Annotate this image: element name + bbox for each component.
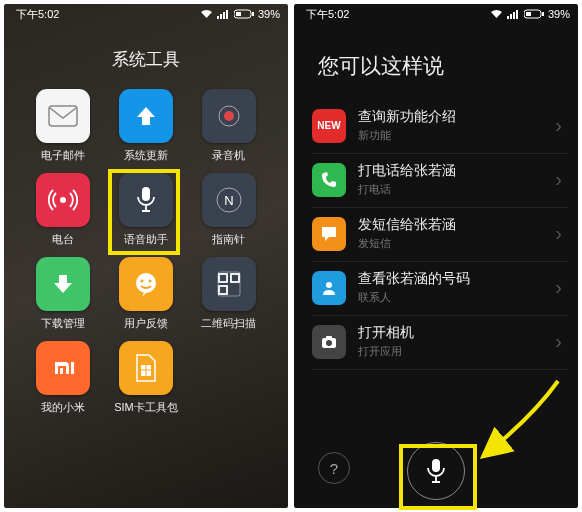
app-compass[interactable]: N 指南针 [187,173,270,247]
camera-icon [312,325,346,359]
app-voice-assistant[interactable]: 语音助手 [105,173,188,247]
arrow-down-icon [50,271,76,297]
sim-icon [133,353,159,383]
chevron-right-icon: › [549,222,568,245]
app-label: 系统更新 [124,148,168,163]
contact-icon [312,271,346,305]
folder-title: 系统工具 [4,48,288,71]
app-recorder[interactable]: 录音机 [187,89,270,163]
app-updater[interactable]: 系统更新 [105,89,188,163]
arrow-up-icon [133,103,159,129]
svg-rect-6 [252,12,254,16]
svg-rect-26 [513,12,515,19]
app-grid: 电子邮件 系统更新 录音机 电台 语音助手 [4,89,288,415]
svg-rect-30 [542,12,544,16]
new-badge-icon: NEW [312,109,346,143]
microphone-icon [425,457,447,485]
envelope-icon [48,105,78,127]
app-label: 二维码扫描 [201,316,256,331]
svg-rect-29 [526,12,531,16]
app-feedback[interactable]: 用户反馈 [105,257,188,331]
status-bar: 下午5:02 39% [294,4,578,24]
voice-input-button[interactable] [407,442,465,500]
app-email[interactable]: 电子邮件 [22,89,105,163]
status-time: 下午5:02 [306,7,349,22]
suggestion-title: 查看张若涵的号码 [358,270,549,288]
app-label: 指南针 [212,232,245,247]
app-qr-scanner[interactable]: 二维码扫描 [187,257,270,331]
suggestion-open-camera[interactable]: 打开相机 打开应用 › [312,316,568,370]
question-icon: ? [330,460,338,477]
svg-rect-34 [326,336,332,339]
svg-point-10 [60,197,66,203]
svg-rect-20 [218,272,240,296]
suggestion-sms[interactable]: 发短信给张若涵 发短信 › [312,208,568,262]
app-label: SIM卡工具包 [114,400,178,415]
suggestion-title: 打开相机 [358,324,549,342]
svg-rect-2 [223,12,225,19]
svg-point-14 [136,273,156,293]
svg-rect-35 [432,459,440,472]
svg-rect-24 [507,16,509,19]
broadcast-icon [48,185,78,215]
suggestion-subtitle: 打开应用 [358,344,549,359]
svg-point-15 [140,280,143,283]
svg-rect-5 [236,12,241,16]
wifi-icon [200,9,213,19]
svg-point-16 [148,280,151,283]
suggestion-subtitle: 联系人 [358,290,549,305]
app-label: 我的小米 [41,400,85,415]
app-label: 用户反馈 [124,316,168,331]
svg-rect-19 [219,286,227,294]
chevron-right-icon: › [549,168,568,191]
svg-rect-3 [226,10,228,19]
battery-percent: 39% [258,8,280,20]
suggestion-subtitle: 新功能 [358,128,549,143]
suggestion-call[interactable]: 打电话给张若涵 打电话 › [312,154,568,208]
chevron-right-icon: › [549,114,568,137]
status-bar: 下午5:02 39% [4,4,288,24]
app-label: 语音助手 [124,232,168,247]
battery-icon [234,9,254,19]
battery-percent: 39% [548,8,570,20]
signal-icon [217,9,230,19]
svg-rect-1 [220,14,222,19]
svg-text:N: N [224,193,233,208]
suggestion-contact[interactable]: 查看张若涵的号码 联系人 › [312,262,568,316]
suggestion-subtitle: 发短信 [358,236,549,251]
feedback-icon [132,270,160,298]
app-label: 录音机 [212,148,245,163]
suggestions-list: NEW 查询新功能介绍 新功能 › 打电话给张若涵 打电话 › 发短信给张若涵 … [294,100,578,370]
svg-point-9 [224,111,234,121]
page-title: 您可以这样说 [318,52,578,80]
sms-icon [312,217,346,251]
app-label: 电子邮件 [41,148,85,163]
suggestion-title: 打电话给张若涵 [358,162,549,180]
compass-icon: N [214,185,244,215]
app-my-xiaomi[interactable]: 我的小米 [22,341,105,415]
suggestion-title: 查询新功能介绍 [358,108,549,126]
record-icon [214,101,244,131]
app-downloads[interactable]: 下载管理 [22,257,105,331]
svg-point-31 [326,282,332,288]
app-label: 下载管理 [41,316,85,331]
phone-left: 下午5:02 39% 系统工具 电子邮件 系统更新 录音机 [4,4,288,508]
help-button[interactable]: ? [318,452,350,484]
svg-rect-0 [217,16,219,19]
suggestion-new-features[interactable]: NEW 查询新功能介绍 新功能 › [312,100,568,154]
suggestion-subtitle: 打电话 [358,182,549,197]
qr-icon [215,270,243,298]
phone-right: 下午5:02 39% 您可以这样说 NEW 查询新功能介绍 新功能 › 打电话给… [294,4,578,508]
bottom-bar: ? [294,442,578,500]
svg-rect-25 [510,14,512,19]
mi-logo-icon [49,354,77,382]
svg-point-33 [326,340,332,346]
svg-rect-27 [516,10,518,19]
app-sim-toolkit[interactable]: SIM卡工具包 [105,341,188,415]
app-label: 电台 [52,232,74,247]
signal-icon [507,9,520,19]
app-radio[interactable]: 电台 [22,173,105,247]
svg-rect-17 [219,274,227,282]
svg-rect-18 [231,274,239,282]
wifi-icon [490,9,503,19]
